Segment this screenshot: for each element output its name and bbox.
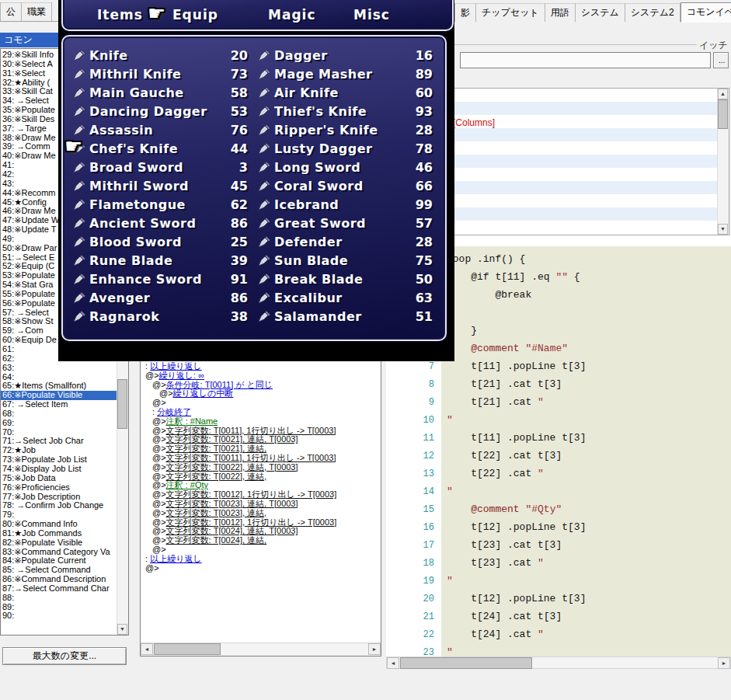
- sidebar-item[interactable]: 67: →Select Item: [1, 400, 117, 409]
- event-command-line[interactable]: @>繰り返しの中断: [142, 389, 381, 399]
- sidebar-item[interactable]: 63:: [1, 364, 117, 373]
- item-entry[interactable]: Blood Sword25: [74, 232, 248, 251]
- code-line[interactable]: 21 t[24] .cat t[3]: [386, 608, 731, 625]
- item-entry[interactable]: Excalibur63: [259, 288, 433, 307]
- sidebar-item[interactable]: 69:: [1, 419, 117, 428]
- sidebar-item[interactable]: 84:※Populate Current: [1, 556, 117, 566]
- browse-button[interactable]: ...: [713, 52, 729, 68]
- item-entry[interactable]: Icebrand99: [259, 195, 433, 214]
- item-entry[interactable]: Ragnarok38: [74, 307, 248, 326]
- code-line[interactable]: 18 t[23] .cat ": [386, 554, 731, 572]
- sidebar-item[interactable]: 88:: [1, 594, 117, 603]
- scroll-down-button[interactable]: ▼: [718, 224, 728, 235]
- scroll-right-button[interactable]: ►: [368, 643, 381, 655]
- code-line[interactable]: 9 t[21] .cat ": [386, 393, 731, 411]
- change-max-button[interactable]: 最大数の変更...: [2, 647, 127, 665]
- tab-システム2[interactable]: システム2: [625, 3, 681, 22]
- item-entry[interactable]: Mage Masher89: [259, 64, 433, 83]
- item-entry[interactable]: Dancing Dagger53: [74, 102, 248, 120]
- item-entry[interactable]: Main Gauche58: [74, 83, 248, 102]
- item-entry[interactable]: Broad Sword3: [74, 158, 248, 176]
- scrollbar-thumb[interactable]: [400, 657, 532, 669]
- sidebar-item[interactable]: 78: →Confirm Job Change: [1, 501, 117, 510]
- sidebar-item[interactable]: 82:※Populate Visible: [1, 538, 117, 548]
- code-line[interactable]: 19": [386, 572, 731, 590]
- item-entry[interactable]: Mithril Sword45: [74, 176, 248, 195]
- code-line[interactable]: 20 t[12] .popLine t[3]: [386, 590, 731, 608]
- sidebar-item[interactable]: 73:※Populate Job List: [1, 455, 117, 465]
- event-command-line[interactable]: : 以上繰り返し: [142, 555, 381, 564]
- item-entry[interactable]: Coral Sword66: [259, 176, 433, 195]
- sidebar-item[interactable]: 72:★Job: [1, 446, 117, 455]
- switch-name-field[interactable]: [460, 52, 711, 68]
- item-entry[interactable]: Knife20: [74, 46, 248, 64]
- sidebar-item[interactable]: 65:★Items (Smallfont): [1, 381, 117, 391]
- code-line[interactable]: 17 t[23] .cat t[3]: [386, 536, 731, 554]
- tab-チップセット[interactable]: チップセット: [476, 3, 545, 22]
- scrollbar-thumb[interactable]: [117, 379, 127, 429]
- sidebar-item[interactable]: 79:: [1, 510, 117, 520]
- sidebar-item[interactable]: 75:※Job Data: [1, 474, 117, 483]
- event-command-line[interactable]: @>: [142, 564, 381, 573]
- item-entry[interactable]: Dagger16: [259, 46, 433, 64]
- code-line[interactable]: 11 t[11] .popLine t[3]: [386, 429, 731, 447]
- scroll-down-button[interactable]: ▼: [117, 624, 127, 635]
- sidebar-item[interactable]: 68:: [1, 409, 117, 419]
- code-line[interactable]: 13 t[22] .cat ": [386, 465, 731, 482]
- code-editor-hscrollbar[interactable]: ◄ ►: [386, 656, 731, 669]
- sidebar-item[interactable]: 86:※Command Description: [1, 575, 117, 584]
- item-entry[interactable]: Great Sword57: [259, 214, 433, 232]
- code-line[interactable]: 10": [386, 411, 731, 429]
- game-menu-item-magic[interactable]: Magic: [268, 7, 315, 23]
- game-menu-item-misc[interactable]: Misc: [353, 7, 390, 23]
- game-menu-item-items[interactable]: Items: [97, 7, 143, 23]
- game-menu-item-equip[interactable]: Equip: [172, 7, 218, 23]
- code-line[interactable]: 23": [386, 643, 731, 656]
- item-entry[interactable]: Ripper's Knife28: [259, 120, 433, 139]
- sidebar-item[interactable]: 74:※Display Job List: [1, 465, 117, 474]
- code-line[interactable]: 15 @comment "#Qty": [386, 500, 731, 518]
- event-panel-hscrollbar[interactable]: ◄ ►: [141, 643, 381, 656]
- event-command-line[interactable]: @>文字列変数: T[0024], 連結,: [142, 536, 381, 545]
- sidebar-item[interactable]: 66:※Populate Visible: [1, 391, 117, 400]
- item-entry[interactable]: Sun Blade75: [259, 251, 433, 270]
- item-entry[interactable]: Lusty Dagger78: [259, 139, 433, 158]
- sidebar-item[interactable]: 76:※Proficiencies: [1, 483, 117, 493]
- item-entry[interactable]: Enhance Sword91: [74, 270, 248, 288]
- item-entry[interactable]: Thief's Knife93: [259, 102, 433, 120]
- item-entry[interactable]: Avenger86: [74, 288, 248, 307]
- sidebar-item[interactable]: 81:★Job Commands: [1, 529, 117, 538]
- sidebar-item[interactable]: 85: →Select Command: [1, 566, 117, 575]
- sidebar-item[interactable]: 80:※Command Info: [1, 520, 117, 529]
- item-entry[interactable]: Flametongue62: [74, 195, 248, 214]
- scroll-left-button[interactable]: ◄: [141, 643, 153, 655]
- item-entry[interactable]: Defender28: [259, 232, 433, 251]
- sidebar-item[interactable]: 77:※Job Description: [1, 493, 117, 502]
- scrollbar-thumb[interactable]: [718, 99, 728, 129]
- sidebar-item[interactable]: 64:: [1, 373, 117, 382]
- sidebar-item[interactable]: 71:→Select Job Char: [1, 437, 117, 446]
- scroll-right-button[interactable]: ►: [718, 657, 730, 669]
- code-line[interactable]: 16 t[12] .popLine t[3]: [386, 518, 731, 536]
- item-entry[interactable]: Break Blade50: [259, 270, 433, 288]
- scroll-up-button[interactable]: ▲: [718, 89, 728, 99]
- code-line[interactable]: 8 t[21] .cat t[3]: [386, 375, 731, 393]
- code-line[interactable]: 22 t[24] .cat ": [386, 625, 731, 643]
- code-line[interactable]: 12 t[22] .cat t[3]: [386, 447, 731, 465]
- tab-用語[interactable]: 用語: [545, 3, 576, 22]
- tab-職業[interactable]: 職業: [22, 2, 52, 21]
- item-entry[interactable]: Air Knife60: [259, 83, 433, 102]
- code-line[interactable]: 14": [386, 482, 731, 500]
- item-entry[interactable]: Assassin76: [74, 120, 248, 139]
- tab-システム[interactable]: システム: [576, 3, 625, 22]
- item-entry[interactable]: Long Sword46: [259, 158, 433, 176]
- tab-公[interactable]: 公: [0, 2, 22, 21]
- item-entry[interactable]: Chef's Knife44: [74, 139, 248, 158]
- item-entry[interactable]: Ancient Sword86: [74, 214, 248, 232]
- tab-影[interactable]: 影: [454, 3, 476, 22]
- scroll-left-button[interactable]: ◄: [387, 657, 399, 669]
- columns-list-scrollbar[interactable]: ▲ ▼: [717, 89, 729, 235]
- item-entry[interactable]: Salamander51: [259, 307, 433, 326]
- sidebar-item[interactable]: 70:: [1, 428, 117, 437]
- item-entry[interactable]: Mithril Knife73: [74, 64, 248, 83]
